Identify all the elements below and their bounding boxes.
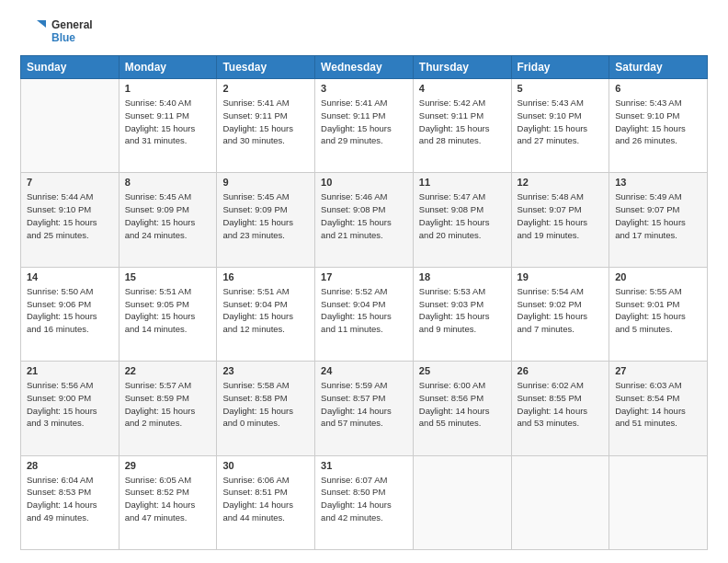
day-info: Sunrise: 5:43 AM Sunset: 9:10 PM Dayligh… <box>518 97 604 147</box>
day-number: 28 <box>27 460 113 471</box>
day-number: 10 <box>321 177 407 188</box>
day-number: 4 <box>419 83 506 94</box>
week-row-2: 7Sunrise: 5:44 AM Sunset: 9:10 PM Daylig… <box>21 173 708 267</box>
day-info: Sunrise: 5:59 AM Sunset: 8:57 PM Dayligh… <box>321 379 407 430</box>
col-header-saturday: Saturday <box>609 56 708 79</box>
calendar-cell: 9Sunrise: 5:45 AM Sunset: 9:09 PM Daylig… <box>217 173 315 267</box>
day-info: Sunrise: 5:45 AM Sunset: 9:09 PM Dayligh… <box>125 190 211 241</box>
calendar-cell: 20Sunrise: 5:55 AM Sunset: 9:01 PM Dayli… <box>609 267 708 361</box>
day-info: Sunrise: 5:47 AM Sunset: 9:08 PM Dayligh… <box>419 190 506 241</box>
header-row: SundayMondayTuesdayWednesdayThursdayFrid… <box>21 56 708 79</box>
calendar-cell: 15Sunrise: 5:51 AM Sunset: 9:05 PM Dayli… <box>119 267 217 361</box>
col-header-friday: Friday <box>511 56 609 79</box>
day-number: 22 <box>125 365 211 376</box>
day-info: Sunrise: 5:53 AM Sunset: 9:03 PM Dayligh… <box>419 285 506 336</box>
day-number: 15 <box>125 271 211 282</box>
day-info: Sunrise: 5:44 AM Sunset: 9:10 PM Dayligh… <box>27 190 113 241</box>
day-info: Sunrise: 5:40 AM Sunset: 9:11 PM Dayligh… <box>125 97 211 147</box>
day-number: 7 <box>27 177 113 188</box>
week-row-4: 21Sunrise: 5:56 AM Sunset: 9:00 PM Dayli… <box>21 362 708 455</box>
day-info: Sunrise: 6:06 AM Sunset: 8:51 PM Dayligh… <box>222 474 309 524</box>
day-info: Sunrise: 5:41 AM Sunset: 9:11 PM Dayligh… <box>321 97 407 147</box>
logo-text: GeneralBlue <box>51 18 93 45</box>
day-number: 1 <box>125 83 211 94</box>
calendar-cell: 26Sunrise: 6:02 AM Sunset: 8:55 PM Dayli… <box>511 362 609 455</box>
day-number: 16 <box>222 271 309 282</box>
day-number: 13 <box>615 177 701 188</box>
calendar-cell: 5Sunrise: 5:43 AM Sunset: 9:10 PM Daylig… <box>511 79 609 173</box>
day-info: Sunrise: 6:03 AM Sunset: 8:54 PM Dayligh… <box>615 379 701 430</box>
day-number: 23 <box>222 365 309 376</box>
calendar-cell <box>21 79 119 173</box>
col-header-monday: Monday <box>119 56 217 79</box>
svg-marker-0 <box>37 20 46 28</box>
day-info: Sunrise: 6:00 AM Sunset: 8:56 PM Dayligh… <box>419 379 506 430</box>
day-number: 6 <box>615 83 701 94</box>
calendar-cell: 31Sunrise: 6:07 AM Sunset: 8:50 PM Dayli… <box>315 455 414 549</box>
day-number: 21 <box>27 365 113 376</box>
day-info: Sunrise: 6:02 AM Sunset: 8:55 PM Dayligh… <box>518 379 604 430</box>
col-header-sunday: Sunday <box>21 56 119 79</box>
calendar-cell: 11Sunrise: 5:47 AM Sunset: 9:08 PM Dayli… <box>413 173 511 267</box>
day-number: 3 <box>321 83 407 94</box>
calendar-cell: 29Sunrise: 6:05 AM Sunset: 8:52 PM Dayli… <box>119 455 217 549</box>
day-number: 20 <box>615 271 701 282</box>
day-number: 8 <box>125 177 211 188</box>
calendar-cell: 1Sunrise: 5:40 AM Sunset: 9:11 PM Daylig… <box>119 79 217 173</box>
day-number: 29 <box>125 460 211 471</box>
day-number: 24 <box>321 365 407 376</box>
day-info: Sunrise: 5:42 AM Sunset: 9:11 PM Dayligh… <box>419 97 506 147</box>
day-number: 9 <box>222 177 309 188</box>
day-info: Sunrise: 5:45 AM Sunset: 9:09 PM Dayligh… <box>222 190 309 241</box>
calendar-table: SundayMondayTuesdayWednesdayThursdayFrid… <box>20 55 708 550</box>
logo: GeneralBlue <box>20 17 93 46</box>
logo-svg <box>20 17 50 46</box>
calendar-cell: 10Sunrise: 5:46 AM Sunset: 9:08 PM Dayli… <box>315 173 414 267</box>
calendar-cell <box>413 455 511 549</box>
week-row-3: 14Sunrise: 5:50 AM Sunset: 9:06 PM Dayli… <box>21 267 708 361</box>
day-number: 31 <box>321 460 407 471</box>
day-number: 12 <box>518 177 604 188</box>
calendar-cell <box>511 455 609 549</box>
day-info: Sunrise: 5:54 AM Sunset: 9:02 PM Dayligh… <box>518 285 604 336</box>
calendar-cell: 18Sunrise: 5:53 AM Sunset: 9:03 PM Dayli… <box>413 267 511 361</box>
calendar-cell: 19Sunrise: 5:54 AM Sunset: 9:02 PM Dayli… <box>511 267 609 361</box>
day-info: Sunrise: 5:57 AM Sunset: 8:59 PM Dayligh… <box>125 379 211 430</box>
day-info: Sunrise: 5:46 AM Sunset: 9:08 PM Dayligh… <box>321 190 407 241</box>
day-info: Sunrise: 6:07 AM Sunset: 8:50 PM Dayligh… <box>321 474 407 524</box>
calendar-cell: 27Sunrise: 6:03 AM Sunset: 8:54 PM Dayli… <box>609 362 708 455</box>
day-info: Sunrise: 5:48 AM Sunset: 9:07 PM Dayligh… <box>518 190 604 241</box>
calendar-cell: 6Sunrise: 5:43 AM Sunset: 9:10 PM Daylig… <box>609 79 708 173</box>
calendar-cell: 14Sunrise: 5:50 AM Sunset: 9:06 PM Dayli… <box>21 267 119 361</box>
day-info: Sunrise: 5:43 AM Sunset: 9:10 PM Dayligh… <box>615 97 701 147</box>
calendar-cell: 25Sunrise: 6:00 AM Sunset: 8:56 PM Dayli… <box>413 362 511 455</box>
calendar-cell: 30Sunrise: 6:06 AM Sunset: 8:51 PM Dayli… <box>217 455 315 549</box>
calendar-cell <box>609 455 708 549</box>
calendar-cell: 7Sunrise: 5:44 AM Sunset: 9:10 PM Daylig… <box>21 173 119 267</box>
calendar-cell: 21Sunrise: 5:56 AM Sunset: 9:00 PM Dayli… <box>21 362 119 455</box>
day-info: Sunrise: 6:05 AM Sunset: 8:52 PM Dayligh… <box>125 474 211 524</box>
calendar-cell: 2Sunrise: 5:41 AM Sunset: 9:11 PM Daylig… <box>217 79 315 173</box>
week-row-5: 28Sunrise: 6:04 AM Sunset: 8:53 PM Dayli… <box>21 455 708 549</box>
day-info: Sunrise: 5:51 AM Sunset: 9:05 PM Dayligh… <box>125 285 211 336</box>
day-info: Sunrise: 5:49 AM Sunset: 9:07 PM Dayligh… <box>615 190 701 241</box>
page: GeneralBlue SundayMondayTuesdayWednesday… <box>0 0 728 563</box>
day-info: Sunrise: 5:41 AM Sunset: 9:11 PM Dayligh… <box>222 97 309 147</box>
day-info: Sunrise: 5:55 AM Sunset: 9:01 PM Dayligh… <box>615 285 701 336</box>
day-number: 25 <box>419 365 506 376</box>
calendar-cell: 3Sunrise: 5:41 AM Sunset: 9:11 PM Daylig… <box>315 79 414 173</box>
calendar-cell: 23Sunrise: 5:58 AM Sunset: 8:58 PM Dayli… <box>217 362 315 455</box>
day-info: Sunrise: 5:51 AM Sunset: 9:04 PM Dayligh… <box>222 285 309 336</box>
logo-blue: Blue <box>51 31 93 44</box>
day-number: 14 <box>27 271 113 282</box>
logo-general: General <box>51 18 93 31</box>
day-number: 2 <box>222 83 309 94</box>
calendar-cell: 17Sunrise: 5:52 AM Sunset: 9:04 PM Dayli… <box>315 267 414 361</box>
day-number: 27 <box>615 365 701 376</box>
day-info: Sunrise: 5:56 AM Sunset: 9:00 PM Dayligh… <box>27 379 113 430</box>
calendar-cell: 4Sunrise: 5:42 AM Sunset: 9:11 PM Daylig… <box>413 79 511 173</box>
calendar-cell: 28Sunrise: 6:04 AM Sunset: 8:53 PM Dayli… <box>21 455 119 549</box>
col-header-wednesday: Wednesday <box>315 56 414 79</box>
day-number: 11 <box>419 177 506 188</box>
col-header-tuesday: Tuesday <box>217 56 315 79</box>
